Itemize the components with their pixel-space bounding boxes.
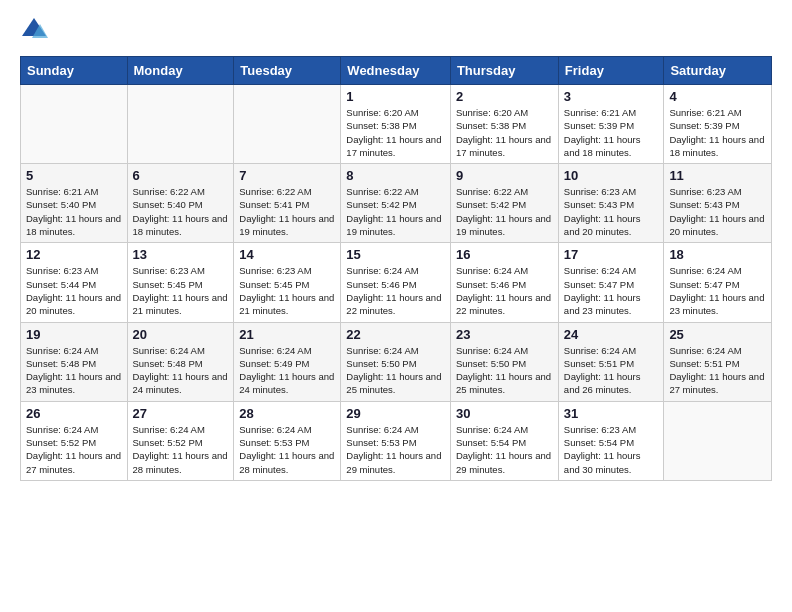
calendar-table: SundayMondayTuesdayWednesdayThursdayFrid… — [20, 56, 772, 481]
weekday-header: Friday — [558, 57, 664, 85]
calendar-cell — [234, 85, 341, 164]
day-number: 5 — [26, 168, 122, 183]
calendar-week-row: 5Sunrise: 6:21 AM Sunset: 5:40 PM Daylig… — [21, 164, 772, 243]
page: SundayMondayTuesdayWednesdayThursdayFrid… — [0, 0, 792, 612]
day-number: 17 — [564, 247, 659, 262]
day-info: Sunrise: 6:23 AM Sunset: 5:45 PM Dayligh… — [133, 264, 229, 317]
day-info: Sunrise: 6:23 AM Sunset: 5:45 PM Dayligh… — [239, 264, 335, 317]
calendar-cell — [664, 401, 772, 480]
logo — [20, 16, 52, 44]
calendar-body: 1Sunrise: 6:20 AM Sunset: 5:38 PM Daylig… — [21, 85, 772, 481]
day-number: 2 — [456, 89, 553, 104]
calendar-cell: 2Sunrise: 6:20 AM Sunset: 5:38 PM Daylig… — [450, 85, 558, 164]
day-number: 19 — [26, 327, 122, 342]
day-info: Sunrise: 6:21 AM Sunset: 5:39 PM Dayligh… — [669, 106, 766, 159]
calendar-cell: 16Sunrise: 6:24 AM Sunset: 5:46 PM Dayli… — [450, 243, 558, 322]
day-number: 31 — [564, 406, 659, 421]
calendar-cell: 31Sunrise: 6:23 AM Sunset: 5:54 PM Dayli… — [558, 401, 664, 480]
calendar-cell: 20Sunrise: 6:24 AM Sunset: 5:48 PM Dayli… — [127, 322, 234, 401]
day-info: Sunrise: 6:24 AM Sunset: 5:54 PM Dayligh… — [456, 423, 553, 476]
weekday-header: Saturday — [664, 57, 772, 85]
day-number: 16 — [456, 247, 553, 262]
day-number: 12 — [26, 247, 122, 262]
day-info: Sunrise: 6:24 AM Sunset: 5:51 PM Dayligh… — [564, 344, 659, 397]
day-info: Sunrise: 6:24 AM Sunset: 5:52 PM Dayligh… — [26, 423, 122, 476]
weekday-header: Tuesday — [234, 57, 341, 85]
calendar-cell: 4Sunrise: 6:21 AM Sunset: 5:39 PM Daylig… — [664, 85, 772, 164]
day-info: Sunrise: 6:20 AM Sunset: 5:38 PM Dayligh… — [456, 106, 553, 159]
calendar-cell: 3Sunrise: 6:21 AM Sunset: 5:39 PM Daylig… — [558, 85, 664, 164]
day-info: Sunrise: 6:24 AM Sunset: 5:47 PM Dayligh… — [564, 264, 659, 317]
day-number: 24 — [564, 327, 659, 342]
calendar-cell: 19Sunrise: 6:24 AM Sunset: 5:48 PM Dayli… — [21, 322, 128, 401]
weekday-header: Monday — [127, 57, 234, 85]
calendar-cell — [21, 85, 128, 164]
calendar-cell: 11Sunrise: 6:23 AM Sunset: 5:43 PM Dayli… — [664, 164, 772, 243]
calendar-cell: 17Sunrise: 6:24 AM Sunset: 5:47 PM Dayli… — [558, 243, 664, 322]
calendar-cell: 1Sunrise: 6:20 AM Sunset: 5:38 PM Daylig… — [341, 85, 451, 164]
day-number: 13 — [133, 247, 229, 262]
calendar-cell: 10Sunrise: 6:23 AM Sunset: 5:43 PM Dayli… — [558, 164, 664, 243]
day-info: Sunrise: 6:20 AM Sunset: 5:38 PM Dayligh… — [346, 106, 445, 159]
day-number: 11 — [669, 168, 766, 183]
day-number: 28 — [239, 406, 335, 421]
calendar-cell: 30Sunrise: 6:24 AM Sunset: 5:54 PM Dayli… — [450, 401, 558, 480]
day-number: 22 — [346, 327, 445, 342]
day-info: Sunrise: 6:24 AM Sunset: 5:50 PM Dayligh… — [456, 344, 553, 397]
day-info: Sunrise: 6:23 AM Sunset: 5:43 PM Dayligh… — [564, 185, 659, 238]
weekday-header: Wednesday — [341, 57, 451, 85]
day-info: Sunrise: 6:24 AM Sunset: 5:49 PM Dayligh… — [239, 344, 335, 397]
calendar-cell: 14Sunrise: 6:23 AM Sunset: 5:45 PM Dayli… — [234, 243, 341, 322]
day-number: 29 — [346, 406, 445, 421]
day-info: Sunrise: 6:24 AM Sunset: 5:46 PM Dayligh… — [456, 264, 553, 317]
day-info: Sunrise: 6:24 AM Sunset: 5:47 PM Dayligh… — [669, 264, 766, 317]
day-info: Sunrise: 6:24 AM Sunset: 5:51 PM Dayligh… — [669, 344, 766, 397]
day-number: 18 — [669, 247, 766, 262]
logo-icon — [20, 16, 48, 44]
calendar-week-row: 1Sunrise: 6:20 AM Sunset: 5:38 PM Daylig… — [21, 85, 772, 164]
calendar-cell: 12Sunrise: 6:23 AM Sunset: 5:44 PM Dayli… — [21, 243, 128, 322]
weekday-row: SundayMondayTuesdayWednesdayThursdayFrid… — [21, 57, 772, 85]
day-info: Sunrise: 6:24 AM Sunset: 5:53 PM Dayligh… — [346, 423, 445, 476]
day-info: Sunrise: 6:22 AM Sunset: 5:42 PM Dayligh… — [456, 185, 553, 238]
day-info: Sunrise: 6:23 AM Sunset: 5:54 PM Dayligh… — [564, 423, 659, 476]
day-number: 4 — [669, 89, 766, 104]
day-info: Sunrise: 6:24 AM Sunset: 5:52 PM Dayligh… — [133, 423, 229, 476]
calendar-cell: 13Sunrise: 6:23 AM Sunset: 5:45 PM Dayli… — [127, 243, 234, 322]
calendar-cell: 21Sunrise: 6:24 AM Sunset: 5:49 PM Dayli… — [234, 322, 341, 401]
day-number: 10 — [564, 168, 659, 183]
day-info: Sunrise: 6:24 AM Sunset: 5:48 PM Dayligh… — [133, 344, 229, 397]
day-info: Sunrise: 6:23 AM Sunset: 5:44 PM Dayligh… — [26, 264, 122, 317]
calendar-week-row: 19Sunrise: 6:24 AM Sunset: 5:48 PM Dayli… — [21, 322, 772, 401]
day-number: 14 — [239, 247, 335, 262]
calendar-cell: 23Sunrise: 6:24 AM Sunset: 5:50 PM Dayli… — [450, 322, 558, 401]
day-info: Sunrise: 6:22 AM Sunset: 5:40 PM Dayligh… — [133, 185, 229, 238]
day-number: 7 — [239, 168, 335, 183]
calendar-cell: 15Sunrise: 6:24 AM Sunset: 5:46 PM Dayli… — [341, 243, 451, 322]
day-info: Sunrise: 6:24 AM Sunset: 5:48 PM Dayligh… — [26, 344, 122, 397]
day-info: Sunrise: 6:24 AM Sunset: 5:46 PM Dayligh… — [346, 264, 445, 317]
weekday-header: Sunday — [21, 57, 128, 85]
day-number: 6 — [133, 168, 229, 183]
day-number: 3 — [564, 89, 659, 104]
calendar-header: SundayMondayTuesdayWednesdayThursdayFrid… — [21, 57, 772, 85]
calendar-cell: 25Sunrise: 6:24 AM Sunset: 5:51 PM Dayli… — [664, 322, 772, 401]
calendar-cell: 5Sunrise: 6:21 AM Sunset: 5:40 PM Daylig… — [21, 164, 128, 243]
calendar-cell: 24Sunrise: 6:24 AM Sunset: 5:51 PM Dayli… — [558, 322, 664, 401]
day-info: Sunrise: 6:21 AM Sunset: 5:40 PM Dayligh… — [26, 185, 122, 238]
day-info: Sunrise: 6:22 AM Sunset: 5:42 PM Dayligh… — [346, 185, 445, 238]
day-number: 15 — [346, 247, 445, 262]
day-info: Sunrise: 6:23 AM Sunset: 5:43 PM Dayligh… — [669, 185, 766, 238]
day-number: 23 — [456, 327, 553, 342]
day-info: Sunrise: 6:21 AM Sunset: 5:39 PM Dayligh… — [564, 106, 659, 159]
calendar-cell: 7Sunrise: 6:22 AM Sunset: 5:41 PM Daylig… — [234, 164, 341, 243]
day-number: 1 — [346, 89, 445, 104]
day-number: 25 — [669, 327, 766, 342]
day-number: 21 — [239, 327, 335, 342]
weekday-header: Thursday — [450, 57, 558, 85]
calendar-cell: 9Sunrise: 6:22 AM Sunset: 5:42 PM Daylig… — [450, 164, 558, 243]
day-number: 30 — [456, 406, 553, 421]
header — [20, 16, 772, 44]
day-info: Sunrise: 6:24 AM Sunset: 5:53 PM Dayligh… — [239, 423, 335, 476]
day-number: 9 — [456, 168, 553, 183]
